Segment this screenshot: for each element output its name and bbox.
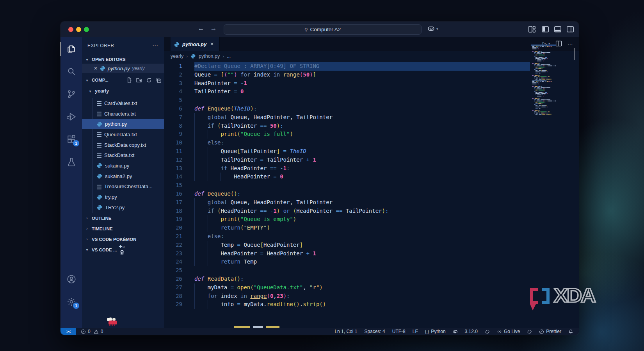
- editor-more-actions-icon[interactable]: ⋯: [568, 41, 573, 47]
- eol-sequence[interactable]: LF: [413, 329, 418, 334]
- code-line-15[interactable]: 15: [164, 181, 579, 190]
- code-line-28[interactable]: 28for index in range(0,23):: [164, 292, 579, 301]
- code-line-11[interactable]: 11Queue[TailPointer] = TheID: [164, 147, 579, 156]
- customize-layout-icon[interactable]: [528, 25, 536, 33]
- code-line-23[interactable]: 23HeadPointer = HeadPointer + 1: [164, 249, 579, 258]
- file-row-StackData.txt[interactable]: StackData.txt: [82, 150, 164, 160]
- code-line-8[interactable]: 8if (TailPointer == 50):: [164, 122, 579, 130]
- code-line-7[interactable]: 7global Queue, HeadPointer, TailPointer: [164, 113, 579, 122]
- code-line-26[interactable]: 26def ReadData():: [164, 275, 579, 283]
- file-row-sukaina.py[interactable]: sukaina.py: [82, 160, 164, 171]
- add-icon[interactable]: +: [119, 243, 123, 249]
- macos-close-button[interactable]: [68, 27, 73, 32]
- back-arrow-icon[interactable]: ←: [196, 25, 206, 32]
- toggle-panel-icon[interactable]: [554, 25, 562, 33]
- toggle-secondary-sidebar-icon[interactable]: [566, 25, 574, 33]
- trash-icon[interactable]: [119, 249, 125, 255]
- problems-warnings[interactable]: 0: [94, 329, 103, 334]
- explorer-more-actions-icon[interactable]: ⋯: [152, 42, 158, 49]
- code-line-14[interactable]: 14HeadPointer = 0: [164, 173, 579, 181]
- tab-python-py[interactable]: python.py ✕: [171, 37, 220, 51]
- code-line-25[interactable]: 25: [164, 266, 579, 275]
- squiggle-icon[interactable]: [527, 329, 532, 334]
- testing-icon[interactable]: [60, 153, 82, 171]
- code-line-3[interactable]: 3HeadPointer = -1: [164, 79, 579, 88]
- minimap[interactable]: [531, 44, 556, 302]
- settings-gear-icon[interactable]: 1: [60, 293, 82, 310]
- file-row-sukaina2.py[interactable]: sukaina2.py: [82, 171, 164, 182]
- circle-icon[interactable]: ○: [122, 244, 125, 249]
- file-row-python.py[interactable]: python.py: [82, 119, 164, 129]
- go-live[interactable]: Go Live: [497, 329, 520, 334]
- run-debug-icon[interactable]: [60, 108, 82, 125]
- code-line-13[interactable]: 13if HeadPointer == -1:: [164, 164, 579, 173]
- split-editor-icon[interactable]: [555, 40, 562, 47]
- notifications-bell[interactable]: [568, 329, 573, 334]
- remote-indicator[interactable]: ><: [60, 328, 76, 335]
- new-folder-icon[interactable]: [136, 77, 142, 83]
- code-line-9[interactable]: 9print("Queue is full"): [164, 130, 579, 139]
- toggle-sidebar-icon[interactable]: [541, 25, 549, 33]
- code-line-10[interactable]: 10else:: [164, 139, 579, 147]
- account-icon[interactable]: [60, 271, 82, 288]
- open-editor-entry[interactable]: ✕ python.py yearly: [82, 64, 164, 73]
- code-line-19[interactable]: 19print("Queue is empty"): [164, 215, 579, 224]
- encoding[interactable]: UTF-8: [392, 329, 406, 334]
- macos-minimize-button[interactable]: [76, 27, 81, 32]
- file-row-try.py[interactable]: try.py: [82, 192, 164, 202]
- file-row-TRY2.py[interactable]: TRY2.py: [82, 202, 164, 213]
- file-row-Characters.txt[interactable]: Characters.txt: [82, 109, 164, 119]
- explorer-icon[interactable]: [60, 40, 82, 57]
- copilot-menu[interactable]: ▾: [427, 25, 438, 32]
- code-line-4[interactable]: 4TailPointer = 0: [164, 87, 579, 96]
- python-version[interactable]: 3.12.0: [465, 329, 478, 334]
- language-mode[interactable]: { } Python: [425, 329, 446, 334]
- file-row-CardValues.txt[interactable]: CardValues.txt: [82, 98, 164, 109]
- prettier-status[interactable]: Prettier: [539, 329, 561, 334]
- workspace-section[interactable]: ▾ COMP...: [82, 75, 164, 85]
- scrollbar-thumb[interactable]: [574, 48, 575, 60]
- code-line-29[interactable]: 29info = myData.readline().strip(): [164, 300, 579, 309]
- code-line-1[interactable]: 1#Declare Queue : ARRAY[0:49] OF STRING: [164, 62, 579, 71]
- breadcrumb-folder[interactable]: yearly: [171, 53, 183, 59]
- code-line-22[interactable]: 22Temp = Queue[HeadPointer]: [164, 241, 579, 249]
- cursor-position[interactable]: Ln 1, Col 1: [334, 329, 357, 334]
- code-line-17[interactable]: 17global Queue, HeadPointer, TailPointer: [164, 198, 579, 207]
- code-line-20[interactable]: 20return("EMPTY"): [164, 224, 579, 232]
- problems-errors[interactable]: 0: [81, 329, 91, 334]
- squiggle-icon[interactable]: [485, 329, 490, 334]
- macos-maximize-button[interactable]: [84, 27, 89, 32]
- command-center-search[interactable]: ⚲ Computer A2: [224, 24, 422, 35]
- code-line-18[interactable]: 18if (HeadPointer == -1) or (HeadPointer…: [164, 207, 579, 216]
- sidebar-section-outline[interactable]: ›OUTLINE: [82, 213, 164, 223]
- refresh-icon[interactable]: [146, 77, 152, 83]
- code-line-24[interactable]: 24return Temp: [164, 258, 579, 266]
- open-editors-section[interactable]: ▾ OPEN EDITORS: [82, 55, 164, 64]
- code-line-2[interactable]: 2Queue = [("") for index in range(50)]: [164, 71, 579, 79]
- code-lines[interactable]: 1#Declare Queue : ARRAY[0:49] OF STRING2…: [164, 61, 579, 328]
- folder-yearly[interactable]: ▾ yearly: [82, 86, 164, 96]
- code-line-6[interactable]: 6def Enqueue(TheID):: [164, 105, 579, 113]
- breadcrumb[interactable]: yearly › python.py › ...: [171, 51, 579, 61]
- file-row-TreasureChestData...[interactable]: TreasureChestData...: [82, 182, 164, 192]
- code-line-12[interactable]: 12TailPointer = TailPointer + 1: [164, 156, 579, 164]
- tab-close-icon[interactable]: ✕: [210, 41, 214, 47]
- breadcrumb-file[interactable]: python.py: [199, 53, 220, 59]
- indentation[interactable]: Spaces: 4: [364, 329, 385, 334]
- new-file-icon[interactable]: [126, 77, 132, 83]
- sidebar-section-vs-code-[interactable]: ▾VS CODE ...+○: [82, 244, 164, 255]
- search-sidebar-icon[interactable]: [60, 63, 82, 80]
- extensions-icon[interactable]: 1: [60, 131, 82, 148]
- collapse-all-icon[interactable]: [156, 77, 162, 83]
- code-line-5[interactable]: 5: [164, 96, 579, 105]
- sidebar-section-timeline[interactable]: ›TIMELINE: [82, 223, 164, 234]
- copilot-status[interactable]: [453, 329, 458, 334]
- close-icon[interactable]: ✕: [94, 66, 98, 71]
- file-row-StackData copy.txt[interactable]: StackData copy.txt: [82, 140, 164, 150]
- source-control-icon[interactable]: [60, 86, 82, 103]
- code-line-21[interactable]: 21else:: [164, 232, 579, 241]
- breadcrumb-symbol[interactable]: ...: [227, 53, 231, 59]
- forward-arrow-icon[interactable]: →: [209, 25, 218, 32]
- file-row-QueueData.txt[interactable]: QueueData.txt: [82, 129, 164, 140]
- code-line-27[interactable]: 27myData = open("QueueData.txt", "r"): [164, 283, 579, 292]
